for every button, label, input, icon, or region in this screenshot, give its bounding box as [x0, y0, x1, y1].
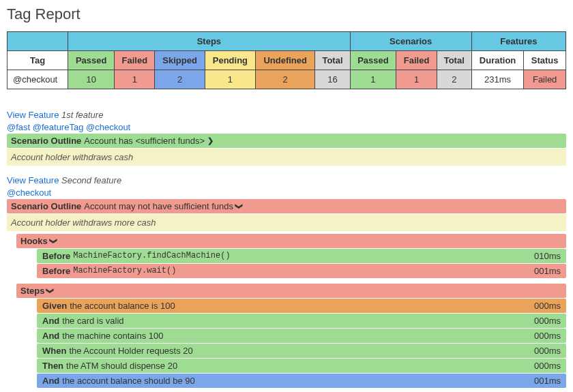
scenario-name: Account has <sufficient funds> — [84, 136, 205, 146]
hook-keyword: Before — [42, 251, 70, 261]
feature-block-2: View Feature Second feature @checkout Sc… — [7, 175, 566, 388]
col-tag: Tag — [8, 51, 68, 70]
tag-report-table: Steps Scenarios Features Tag Passed Fail… — [7, 31, 566, 89]
step-keyword: And — [42, 376, 59, 386]
chevron-right-icon: ❯ — [207, 136, 214, 145]
hook-row: Before MachineFactory.wait()001ms — [37, 264, 566, 278]
cell-skipped: 2 — [155, 70, 205, 89]
cell-s-total: 2 — [437, 70, 471, 89]
step-row: And the account balance should be 90001m… — [37, 374, 566, 388]
col-total: Total — [315, 51, 350, 70]
step-duration: 000ms — [534, 316, 561, 326]
cell-status: Failed — [524, 70, 566, 89]
scenario-row[interactable]: Scenario Outline Account may not have su… — [7, 199, 566, 213]
feature-tags: @checkout — [7, 187, 566, 198]
step-keyword: When — [42, 346, 66, 356]
feature-block-1: View Feature 1st feature @fast @featureT… — [7, 110, 566, 166]
steps-label: Steps — [20, 286, 44, 296]
step-row: Then the ATM should dispense 20000ms — [37, 359, 566, 373]
feature-name: Second feature — [61, 175, 121, 185]
cell-passed: 10 — [68, 70, 115, 89]
cell-total: 16 — [315, 70, 350, 89]
col-undefined: Undefined — [255, 51, 314, 70]
cell-s-failed: 1 — [396, 70, 437, 89]
feature-name: 1st feature — [61, 110, 103, 120]
col-blank — [8, 32, 68, 51]
scenario-description: Account holder withdraws more cash — [7, 214, 566, 231]
col-s-passed: Passed — [350, 51, 396, 70]
step-text: the ATM should dispense 20 — [66, 361, 177, 371]
group-scenarios: Scenarios — [350, 32, 471, 51]
col-failed: Failed — [115, 51, 155, 70]
scenario-description: Account holder withdraws cash — [7, 149, 566, 166]
cell-tag: @checkout — [8, 70, 68, 89]
group-features: Features — [471, 32, 565, 51]
scenario-row[interactable]: Scenario Outline Account has <sufficient… — [7, 134, 566, 148]
scenario-name: Account may not have sufficient funds — [84, 201, 233, 211]
step-keyword: Then — [42, 361, 63, 371]
col-s-failed: Failed — [396, 51, 437, 70]
step-row: And the card is valid000ms — [37, 314, 566, 328]
step-text: the card is valid — [62, 316, 123, 326]
col-skipped: Skipped — [155, 51, 205, 70]
chevron-down-icon: ❯ — [49, 238, 58, 244]
step-duration: 000ms — [534, 361, 561, 371]
hook-code: MachineFactory.wait() — [73, 266, 176, 276]
hook-duration: 010ms — [534, 251, 561, 261]
hook-row: Before MachineFactory.findCachMachine()0… — [37, 249, 566, 263]
step-text: the Account Holder requests 20 — [69, 346, 192, 356]
col-status: Status — [524, 51, 566, 70]
col-duration: Duration — [471, 51, 523, 70]
col-pending: Pending — [205, 51, 255, 70]
hooks-label: Hooks — [20, 236, 48, 246]
step-row: When the Account Holder requests 20000ms — [37, 344, 566, 358]
steps-header[interactable]: Steps ❯ — [16, 284, 566, 298]
feature-tags: @fast @featureTag @checkout — [7, 122, 566, 132]
view-feature-link[interactable]: View Feature — [7, 175, 59, 185]
step-text: the machine contains 100 — [62, 331, 163, 341]
scenario-keyword: Scenario Outline — [11, 201, 81, 211]
step-duration: 000ms — [534, 346, 561, 356]
step-text: the account balance should be 90 — [62, 376, 194, 386]
hook-keyword: Before — [42, 266, 70, 276]
step-keyword: And — [42, 331, 59, 341]
view-feature-link[interactable]: View Feature — [7, 110, 59, 120]
table-row: @checkout 10 1 2 1 2 16 1 1 2 231ms Fail… — [8, 70, 566, 89]
step-duration: 000ms — [534, 331, 561, 341]
step-duration: 001ms — [534, 376, 561, 386]
step-keyword: And — [42, 316, 59, 326]
chevron-down-icon: ❯ — [235, 203, 244, 209]
col-passed: Passed — [68, 51, 115, 70]
cell-s-passed: 1 — [350, 70, 396, 89]
step-row: And the machine contains 100000ms — [37, 329, 566, 343]
cell-undefined: 2 — [255, 70, 314, 89]
hook-code: MachineFactory.findCachMachine() — [73, 251, 230, 261]
cell-failed: 1 — [115, 70, 155, 89]
cell-duration: 231ms — [471, 70, 523, 89]
step-row: Given the account balance is 100000ms — [37, 299, 566, 313]
step-text: the account balance is 100 — [70, 301, 175, 311]
cell-pending: 1 — [205, 70, 255, 89]
step-keyword: Given — [42, 301, 67, 311]
scenario-keyword: Scenario Outline — [11, 136, 81, 146]
hooks-header[interactable]: Hooks ❯ — [16, 234, 566, 248]
page-title: Tag Report — [7, 5, 566, 23]
hook-duration: 001ms — [534, 266, 561, 276]
step-duration: 000ms — [534, 301, 561, 311]
col-s-total: Total — [437, 51, 471, 70]
group-steps: Steps — [68, 32, 350, 51]
chevron-down-icon: ❯ — [46, 288, 55, 294]
